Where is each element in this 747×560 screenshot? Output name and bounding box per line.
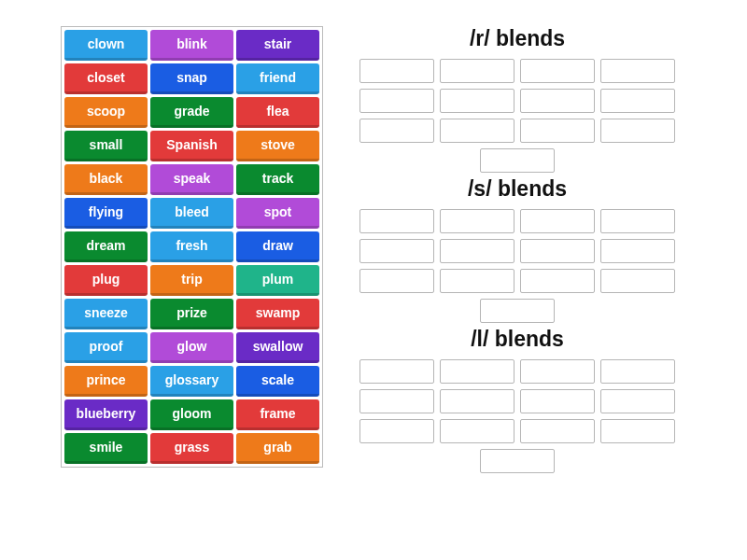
drop-slot[interactable] [440, 119, 514, 143]
drop-slot[interactable] [480, 148, 555, 173]
drop-slot[interactable] [520, 59, 595, 83]
word-tile[interactable]: bleed [150, 198, 233, 229]
drop-slot[interactable] [359, 119, 434, 143]
group-title: /r/ blends [349, 26, 685, 51]
word-tile[interactable]: speak [150, 164, 233, 195]
drop-slot[interactable] [520, 209, 595, 233]
word-tile[interactable]: clown [64, 30, 148, 61]
drop-slot[interactable] [440, 239, 514, 263]
drop-slot[interactable] [440, 89, 514, 113]
drop-slot[interactable] [480, 299, 555, 323]
drop-slot[interactable] [359, 59, 434, 83]
drop-slot[interactable] [520, 239, 595, 263]
word-tile[interactable]: glow [150, 332, 233, 363]
drop-slot[interactable] [600, 119, 675, 143]
word-tile[interactable]: blueberry [64, 399, 148, 430]
drop-slot[interactable] [600, 239, 675, 263]
drop-slot[interactable] [600, 209, 675, 233]
word-tile[interactable]: proof [64, 332, 148, 363]
word-tile[interactable]: prize [150, 299, 233, 329]
drop-slot[interactable] [600, 89, 675, 113]
word-tile[interactable]: swamp [236, 299, 319, 329]
blend-group: /l/ blends [349, 327, 685, 473]
word-tile[interactable]: frame [236, 399, 319, 430]
drop-slot[interactable] [359, 359, 434, 384]
word-tile[interactable]: black [64, 164, 148, 195]
drop-slot[interactable] [440, 419, 514, 443]
word-tile[interactable]: grass [150, 433, 233, 464]
drop-slot[interactable] [600, 359, 675, 384]
word-tile[interactable]: friend [236, 63, 319, 94]
drop-slot[interactable] [440, 209, 514, 233]
drop-slots [349, 59, 685, 173]
drop-slot[interactable] [600, 269, 675, 293]
drop-slot[interactable] [520, 419, 595, 443]
drop-slot[interactable] [359, 239, 434, 263]
word-tile[interactable]: swallow [236, 332, 319, 363]
drop-slot[interactable] [520, 359, 595, 384]
word-tile[interactable]: track [236, 164, 319, 195]
word-tile[interactable]: stove [236, 131, 319, 161]
drop-slots [349, 209, 685, 323]
drop-slot[interactable] [480, 449, 555, 473]
word-tile[interactable]: smile [64, 433, 148, 464]
blend-group: /r/ blends [349, 26, 685, 173]
word-tile[interactable]: dream [64, 231, 148, 262]
drop-slot[interactable] [440, 269, 514, 293]
drop-slot[interactable] [600, 389, 675, 413]
drop-slot[interactable] [359, 419, 434, 443]
drop-slot[interactable] [359, 389, 434, 413]
word-tile[interactable]: scoop [64, 97, 148, 128]
group-title: /s/ blends [349, 176, 685, 202]
drop-slot[interactable] [600, 59, 675, 83]
word-tile[interactable]: blink [150, 30, 233, 61]
word-tile[interactable]: flying [64, 198, 148, 229]
drop-slot[interactable] [520, 119, 595, 143]
word-tile[interactable]: trip [150, 265, 233, 296]
word-tile[interactable]: gloom [150, 399, 233, 430]
drop-groups-panel: /r/ blends/s/ blends/l/ blends [349, 26, 685, 477]
drop-slot[interactable] [359, 269, 434, 293]
word-tile[interactable]: snap [150, 63, 233, 94]
drop-slot[interactable] [520, 269, 595, 293]
drop-slot[interactable] [520, 389, 595, 413]
word-tile[interactable]: prince [64, 366, 148, 397]
word-tile[interactable]: spot [236, 198, 319, 229]
word-tile[interactable]: closet [64, 63, 148, 94]
word-tile[interactable]: plug [64, 265, 148, 296]
drop-slots [349, 359, 685, 473]
word-tile[interactable]: flea [236, 97, 319, 128]
drop-slot[interactable] [359, 209, 434, 233]
word-tile[interactable]: Spanish [150, 131, 233, 161]
drop-slot[interactable] [440, 389, 514, 413]
word-tiles-panel: clownblinkstairclosetsnapfriendscoopgrad… [61, 26, 323, 468]
word-tile[interactable]: glossary [150, 366, 233, 397]
word-tile[interactable]: draw [236, 231, 319, 262]
word-tile[interactable]: scale [236, 366, 319, 397]
word-tile[interactable]: grab [236, 433, 319, 464]
word-tile[interactable]: plum [236, 265, 319, 296]
drop-slot[interactable] [359, 89, 434, 113]
blend-group: /s/ blends [349, 176, 685, 323]
drop-slot[interactable] [520, 89, 595, 113]
word-tile[interactable]: grade [150, 97, 233, 128]
word-tile[interactable]: stair [236, 30, 319, 61]
drop-slot[interactable] [440, 59, 514, 83]
word-tile[interactable]: small [64, 131, 148, 161]
word-tile[interactable]: fresh [150, 231, 233, 262]
drop-slot[interactable] [600, 419, 675, 443]
word-tile[interactable]: sneeze [64, 299, 148, 329]
drop-slot[interactable] [440, 359, 514, 384]
group-title: /l/ blends [349, 327, 685, 352]
